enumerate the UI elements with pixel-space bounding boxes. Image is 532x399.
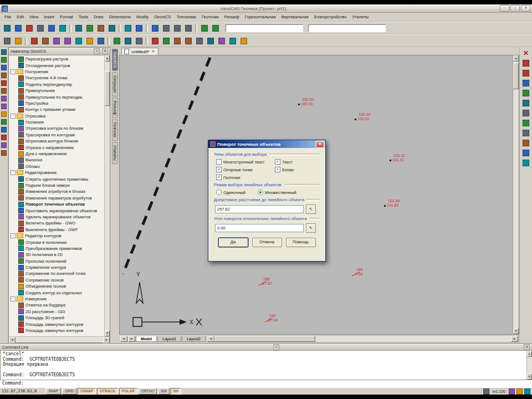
radio-0[interactable]: Одиночный	[216, 190, 245, 195]
canvas-hscrollbar[interactable]: ◄ ►	[207, 335, 519, 342]
cut-icon[interactable]	[73, 23, 84, 33]
move-icon[interactable]	[161, 36, 171, 46]
menu-item-11[interactable]: Геоточки	[199, 13, 221, 21]
maximize-icon[interactable]: ▢	[510, 5, 520, 12]
document-tab[interactable]: Untitled0* ✕	[121, 48, 158, 55]
tree-item-36[interactable]: Объединение геонов	[9, 283, 110, 289]
checkbox-3[interactable]: ✓Блоки	[275, 167, 320, 172]
arc-icon[interactable]	[62, 36, 73, 46]
tree-item-8[interactable]: Контур с прямыми углами	[9, 106, 110, 112]
fillet-icon[interactable]	[227, 36, 238, 46]
status-toggle-sw[interactable]: SW	[158, 388, 169, 395]
dimension-icon[interactable]	[1, 126, 7, 133]
tree-item-42[interactable]: Площадь замкнутых контуров	[9, 321, 110, 327]
mtext-icon[interactable]	[122, 36, 133, 46]
rotate-icon[interactable]	[172, 36, 182, 46]
tree-item-19[interactable]: Стереть однотипные примитивы	[9, 176, 110, 182]
pan-icon[interactable]	[150, 23, 160, 33]
clean-screen-icon[interactable]	[509, 388, 515, 395]
ok-button[interactable]: Да	[218, 238, 248, 247]
grid-icon[interactable]	[1, 150, 7, 156]
menu-item-0[interactable]: File	[2, 13, 14, 21]
fullscreen-icon[interactable]	[516, 388, 523, 395]
shade-icon[interactable]	[521, 139, 530, 147]
command-history[interactable]: *cancel*Command: GCPTROTATEOBJECTSОперац…	[0, 351, 532, 380]
status-toggle-otrack[interactable]: OTRACK	[97, 388, 118, 395]
checkbox-0[interactable]: Многострочный текст	[216, 159, 275, 165]
workspace-tab-4[interactable]: Утилиты	[112, 142, 118, 164]
menu-item-14[interactable]: Вертикальная	[279, 13, 311, 21]
expander-icon[interactable]: −	[11, 233, 16, 238]
zoom-in-icon[interactable]	[521, 89, 530, 97]
menu-item-12[interactable]: Рельеф	[221, 13, 242, 21]
status-toggle-osnap[interactable]: OSNAP	[78, 388, 96, 395]
rect-icon[interactable]	[1, 111, 7, 117]
text-icon[interactable]	[1, 119, 7, 125]
spline-icon[interactable]	[84, 36, 95, 46]
layout-tab-2[interactable]: Layout2	[182, 336, 206, 342]
tree-item-39[interactable]: Отметка на бордюре	[9, 302, 110, 308]
dialog-titlebar[interactable]: Поворот точечных объектов ✕	[208, 140, 325, 148]
close-icon[interactable]: ✕	[316, 141, 324, 148]
distance-input[interactable]: 257.62	[215, 205, 304, 213]
workspace-tab-1[interactable]: Ситуация	[112, 72, 118, 96]
offset-icon[interactable]	[194, 36, 204, 46]
expander-icon[interactable]: −	[11, 296, 16, 301]
tree-item-15[interactable]: Дуга с направлением	[9, 151, 110, 157]
pin-icon[interactable]: ▪	[273, 344, 279, 350]
open-icon[interactable]	[13, 23, 23, 33]
menu-item-15[interactable]: Благоустройство	[311, 13, 350, 21]
cancel-button[interactable]: Отмена	[252, 238, 282, 247]
erase-icon[interactable]	[150, 36, 160, 46]
orbit-icon[interactable]	[521, 149, 530, 157]
line-icon[interactable]	[29, 36, 39, 46]
tree-item-13[interactable]: Штриховка контура блоком	[9, 138, 110, 144]
tree-folder-28[interactable]: −Редактор контуров	[9, 233, 110, 239]
mirror-icon[interactable]	[183, 36, 193, 46]
status-toggle-grid[interactable]: GRID	[62, 388, 76, 395]
menu-item-5[interactable]: Tools	[76, 13, 91, 21]
select-set-icon[interactable]	[521, 69, 530, 77]
scroll-up-icon[interactable]: ▲	[527, 351, 532, 357]
zoom-window-icon[interactable]	[172, 23, 182, 33]
checkbox-4[interactable]: ✓Геоточки	[216, 175, 275, 180]
notifications-icon[interactable]	[483, 388, 489, 395]
tree-item-35[interactable]: Сопряжение геонов	[9, 277, 110, 283]
scroll-down-icon[interactable]: ▼	[105, 330, 110, 336]
tree-item-11[interactable]: Отрисовка контура по блокам	[9, 125, 110, 131]
format-painter-icon[interactable]	[106, 23, 117, 33]
menu-item-3[interactable]: Insert	[41, 13, 57, 21]
tree-item-29[interactable]: Отрезки в полилинии	[9, 239, 110, 245]
tree-item-31[interactable]: 3D полилинии в 2D	[9, 252, 110, 258]
menu-item-7[interactable]: Dimensions	[106, 13, 134, 21]
pan-icon[interactable]	[1, 64, 7, 71]
menu-item-8[interactable]: Modify	[134, 13, 151, 21]
line-icon[interactable]	[1, 80, 7, 86]
tree-folder-18[interactable]: −Редактирование	[9, 170, 110, 176]
close-icon[interactable]: ✕	[521, 5, 530, 12]
tab-scroll-left-icon[interactable]: ◄	[120, 336, 127, 342]
scroll-right-icon[interactable]: ►	[511, 336, 518, 342]
new-icon[interactable]	[2, 23, 12, 33]
polyline-icon[interactable]	[1, 88, 7, 94]
array-icon[interactable]	[205, 36, 216, 46]
rectangle-icon[interactable]	[73, 36, 84, 46]
tree-item-41[interactable]: Площадь 3D граней	[9, 315, 110, 321]
tree-item-0[interactable]: Перезагрузка растров	[9, 56, 110, 62]
toolbar-combo-1[interactable]	[226, 24, 303, 32]
checkbox-2[interactable]: ✓Опорные точки	[216, 167, 275, 172]
canvas-scrollbar[interactable]: ▲ ▼	[513, 55, 519, 334]
menu-item-9[interactable]: GeoniCS	[151, 13, 173, 21]
pick-distance-icon[interactable]: ↖	[306, 204, 316, 214]
tree-item-37[interactable]: Создать контур из отдельных	[9, 289, 110, 295]
expander-icon[interactable]: −	[11, 69, 16, 74]
tree-item-10[interactable]: Геолиния	[9, 119, 110, 125]
print-preview-icon[interactable]	[46, 23, 57, 33]
tree-item-22[interactable]: Изменения параметров атрибутов	[9, 195, 110, 201]
undo-icon[interactable]	[122, 23, 133, 33]
help-button[interactable]: Помощь	[286, 238, 316, 247]
scroll-thumb[interactable]	[105, 71, 110, 106]
trim-icon[interactable]	[216, 36, 227, 46]
checkbox-1[interactable]: ✓Текст	[275, 159, 320, 165]
copy-icon[interactable]	[84, 23, 95, 33]
